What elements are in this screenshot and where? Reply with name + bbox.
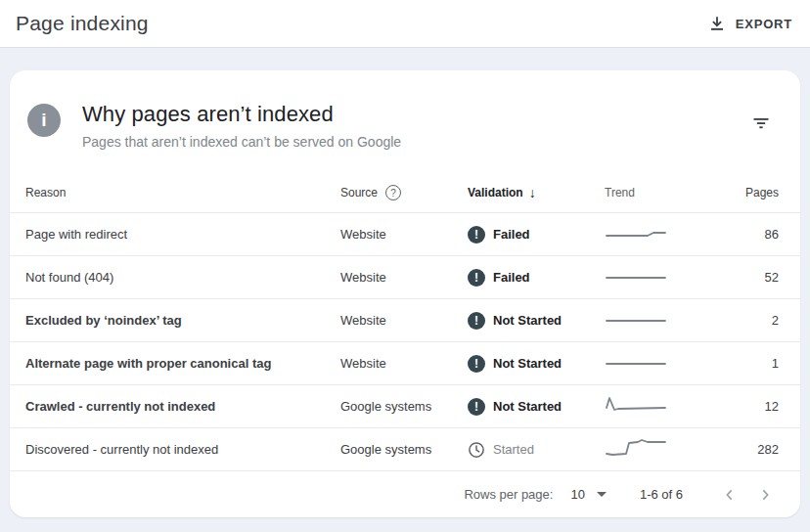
error-icon: ! [468,355,485,373]
pages-cell: 12 [712,399,779,414]
chevron-right-icon [757,487,773,503]
trend-cell [605,307,712,333]
column-header-validation[interactable]: Validation ↓ [468,185,605,200]
page-title: Page indexing [16,12,149,35]
page-body: i Why pages aren’t indexed Pages that ar… [0,48,810,517]
source-cell: Website [340,356,468,371]
chevron-down-icon [597,492,607,497]
source-cell: Google systems [340,442,468,457]
pages-cell: 86 [712,227,779,242]
card-header: i Why pages aren’t indexed Pages that ar… [10,70,800,173]
pages-cell: 282 [712,442,779,457]
validation-cell: ! Failed [468,269,605,287]
validation-cell: ! Not Started [468,398,605,416]
previous-page-button[interactable] [712,483,747,507]
validation-label: Not Started [493,313,562,328]
validation-label: Not Started [493,399,562,414]
reason-cell: Excluded by ‘noindex’ tag [25,313,340,328]
top-bar: Page indexing EXPORT [0,0,810,48]
table-row[interactable]: Not found (404) Website ! Failed 52 [10,255,800,298]
page-range-label: 1-6 of 6 [640,487,683,502]
error-icon: ! [468,398,485,416]
column-header-reason[interactable]: Reason [25,186,340,200]
table-row[interactable]: Excluded by ‘noindex’ tag Website ! Not … [10,298,800,341]
trend-cell [605,393,712,420]
card-subtitle: Pages that aren’t indexed can’t be serve… [82,134,745,150]
column-header-source[interactable]: Source ? [340,185,468,200]
info-icon: i [27,104,61,137]
table-header-row: Reason Source ? Validation ↓ Trend Pages [10,173,800,212]
column-header-trend: Trend [605,186,712,200]
validation-label: Failed [493,270,530,285]
export-button[interactable]: EXPORT [708,15,792,32]
card-title: Why pages aren’t indexed [82,102,745,127]
rows-per-page-select[interactable]: 10 [570,487,606,502]
validation-label: Not Started [493,356,562,371]
column-header-pages[interactable]: Pages [712,186,779,200]
trend-sparkline [605,350,667,374]
trend-sparkline [605,264,667,288]
pages-cell: 1 [712,356,779,371]
table-row[interactable]: Crawled - currently not indexed Google s… [10,384,800,427]
source-cell: Google systems [340,399,468,414]
validation-label: Failed [493,227,530,242]
trend-sparkline [605,307,667,331]
trend-sparkline [605,393,667,417]
reason-cell: Not found (404) [25,270,340,285]
export-label: EXPORT [736,17,792,31]
trend-cell [605,436,712,463]
validation-cell: ! Failed [468,226,605,244]
trend-sparkline [605,436,667,460]
table-row[interactable]: Discovered - currently not indexed Googl… [10,427,800,470]
table-row[interactable]: Page with redirect Website ! Failed 86 [10,212,800,255]
rows-per-page-label: Rows per page: [464,487,553,502]
rows-per-page-value: 10 [570,487,584,502]
trend-cell [605,264,712,290]
table-pagination: Rows per page: 10 1-6 of 6 [10,470,800,517]
why-pages-arent-indexed-card: i Why pages aren’t indexed Pages that ar… [10,70,800,517]
validation-cell: Started [468,441,605,459]
error-icon: ! [468,269,485,287]
reason-cell: Discovered - currently not indexed [25,442,340,457]
clock-icon [468,441,485,459]
help-icon[interactable]: ? [385,185,401,200]
source-cell: Website [340,270,468,285]
trend-cell [605,221,712,247]
validation-label: Started [493,442,534,457]
trend-cell [605,350,712,377]
pages-cell: 2 [712,313,779,328]
table-row[interactable]: Alternate page with proper canonical tag… [10,341,800,384]
reason-cell: Page with redirect [25,227,340,242]
validation-cell: ! Not Started [468,355,605,373]
error-icon: ! [468,226,485,244]
next-page-button[interactable] [747,483,783,507]
error-icon: ! [468,312,485,330]
chevron-left-icon [722,487,738,503]
reason-cell: Alternate page with proper canonical tag [25,356,340,371]
reason-cell: Crawled - currently not indexed [25,399,340,414]
validation-cell: ! Not Started [468,312,605,330]
filter-button[interactable] [745,108,777,139]
trend-sparkline [605,221,667,244]
source-cell: Website [340,227,468,242]
source-cell: Website [340,313,468,328]
filter-icon [751,113,771,133]
sort-descending-icon: ↓ [529,185,536,200]
download-icon [708,15,726,32]
pages-cell: 52 [712,270,779,285]
